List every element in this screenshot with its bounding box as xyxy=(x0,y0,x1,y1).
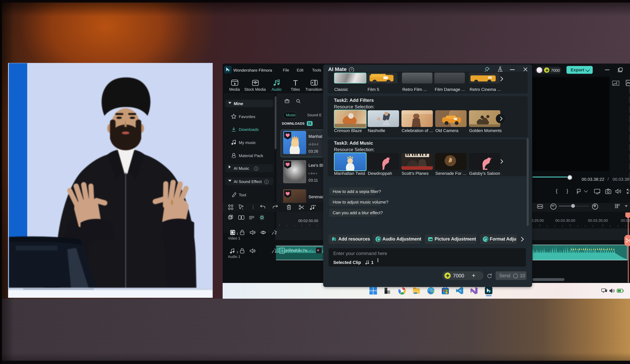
svg-text:1: 1 xyxy=(236,250,238,254)
svg-text:1: 1 xyxy=(236,232,238,235)
